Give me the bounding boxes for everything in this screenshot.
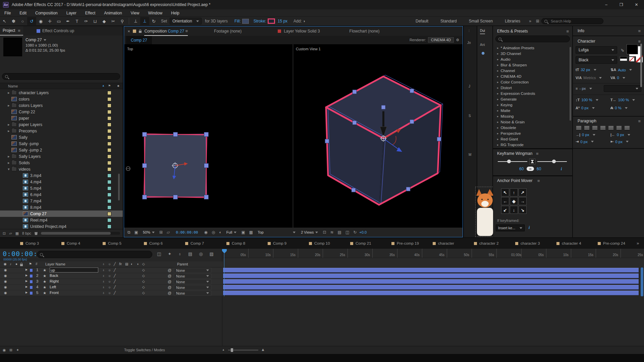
tab-flowchart[interactable]: Flowchart (none): [350, 29, 380, 34]
timeline-zoom-thumb[interactable]: [231, 348, 233, 352]
fast-previews-icon[interactable]: ≋: [329, 230, 335, 235]
unified-camera-tool-icon[interactable]: ◉: [36, 17, 45, 25]
layer-duration-bar[interactable]: [223, 285, 639, 290]
eraser-tool-icon[interactable]: ◆: [100, 17, 109, 25]
panel-drag-icon[interactable]: [133, 29, 136, 33]
layer-expander-icon[interactable]: ▶: [25, 268, 28, 271]
panel-menu-icon[interactable]: ≡: [638, 119, 641, 124]
timeline-comp-tab[interactable]: Comp 4: [61, 241, 103, 245]
draft-3d-icon[interactable]: ✦: [168, 251, 171, 256]
panel-scrollbar[interactable]: [640, 44, 642, 87]
info-icon[interactable]: i: [529, 225, 530, 230]
keyframe-action-dropdown[interactable]: Insert ke...: [496, 225, 525, 231]
label-color-chip[interactable]: [107, 155, 111, 159]
baseline-shift-value[interactable]: 0 px: [581, 106, 589, 110]
comp-viewport[interactable]: Top Custom View 1: [124, 44, 463, 228]
close-tab-icon[interactable]: ✕: [127, 29, 130, 33]
effects-category[interactable]: Red Giant: [493, 136, 570, 142]
timeline-comp-tab[interactable]: character: [433, 241, 474, 245]
align-center-button[interactable]: [584, 126, 589, 130]
anchor-move-button[interactable]: ←: [501, 197, 509, 205]
exposure-value[interactable]: +0.0: [359, 230, 367, 234]
time-ruler[interactable]: 05s10s15s20s25s30s35s40s45s50s55s01:00s0…: [223, 249, 644, 258]
more-workspaces-icon[interactable]: »: [529, 19, 531, 23]
menu-item[interactable]: Help: [167, 11, 184, 15]
pan-behind-tool-icon[interactable]: ✛: [45, 17, 54, 25]
custom-view-canvas[interactable]: [293, 44, 463, 228]
layer-anchor-switch[interactable]: ♁: [102, 280, 105, 283]
layer-shy-switch[interactable]: ☼: [108, 274, 111, 278]
label-color-chip[interactable]: [107, 123, 111, 127]
layer-name[interactable]: up: [50, 267, 98, 273]
menu-item[interactable]: Window: [144, 11, 167, 15]
frame-blending-icon[interactable]: ▤: [188, 251, 192, 256]
link-values-icon[interactable]: ∞: [527, 167, 534, 171]
layer-expander-icon[interactable]: ▶: [25, 280, 28, 283]
layer-expander-icon[interactable]: ▶: [25, 274, 28, 277]
effects-category[interactable]: Channel: [493, 68, 570, 73]
label-column-icon[interactable]: ⚑: [29, 262, 32, 266]
expander-arrow[interactable]: ►: [6, 123, 11, 126]
layer-shy-switch[interactable]: ☼: [108, 280, 111, 283]
workspace-tab[interactable]: Libraries: [505, 19, 520, 23]
snapshot-icon[interactable]: ◉: [203, 230, 209, 235]
rotation-tool-icon[interactable]: ↺: [27, 17, 36, 25]
expander-arrow[interactable]: ►: [6, 91, 11, 95]
parent-dropdown[interactable]: None: [174, 279, 211, 284]
fill-label[interactable]: Fill:: [234, 19, 241, 23]
project-search-input[interactable]: [11, 74, 105, 79]
font-family-dropdown[interactable]: Lufga: [576, 46, 617, 54]
effects-category[interactable]: Generate: [493, 96, 570, 102]
add-shape-icon[interactable]: ◗: [303, 19, 306, 23]
no-fill-swatch[interactable]: [629, 57, 634, 61]
project-item-row[interactable]: 6.mp4: [0, 191, 123, 198]
layer-3d-switch[interactable]: ◇: [142, 274, 145, 278]
parent-pickwhip-icon[interactable]: @: [168, 274, 171, 278]
clone-stamp-tool-icon[interactable]: ⊔: [91, 17, 100, 25]
space-after-value[interactable]: 0 px: [615, 140, 623, 144]
layer-anchor-switch[interactable]: ♁: [102, 274, 105, 278]
label-color-chip[interactable]: [107, 199, 111, 203]
layer-visibility-icon[interactable]: ◉: [4, 268, 7, 272]
layer-row[interactable]: ◉ ▶ 2 ★ Back ♁ ☼ ╱ ◇ @ None: [0, 273, 222, 279]
font-style-dropdown[interactable]: Black: [576, 56, 617, 64]
magnification-dropdown[interactable]: 50%: [141, 229, 157, 236]
layer-name[interactable]: Back: [50, 274, 58, 278]
world-axis-mode-icon[interactable]: ⟂: [140, 17, 149, 25]
layer-name[interactable]: Front: [50, 291, 59, 295]
project-item-row[interactable]: Sally -jump: [0, 140, 123, 147]
expand-transform-icon[interactable]: ✦: [16, 348, 19, 352]
tsume-value[interactable]: 0 %: [615, 106, 622, 110]
layer-name[interactable]: Left: [50, 285, 56, 289]
parent-pickwhip-icon[interactable]: @: [168, 291, 171, 295]
layer-duration-bar[interactable]: [223, 291, 639, 295]
effects-category[interactable]: 3D Channel: [493, 51, 570, 56]
effects-scrollbar[interactable]: [570, 47, 571, 121]
label-color-chip[interactable]: [107, 161, 111, 165]
layer-color-chip[interactable]: [30, 291, 33, 295]
show-snapshot-icon[interactable]: ◎: [210, 230, 216, 235]
justify-last-left-button[interactable]: [600, 126, 605, 130]
tab-footage[interactable]: Footage (none): [214, 29, 241, 34]
expander-arrow[interactable]: ►: [6, 129, 11, 133]
timeline-zoom-slider[interactable]: [228, 350, 258, 351]
layer-color-chip[interactable]: [30, 280, 33, 284]
justify-all-button[interactable]: [625, 126, 630, 130]
effects-category[interactable]: Audio: [493, 56, 570, 62]
layer-anchor-switch[interactable]: ♁: [102, 268, 105, 272]
layer-expander-icon[interactable]: ▶: [25, 291, 28, 294]
label-color-chip[interactable]: [107, 116, 111, 120]
anchor-move-button[interactable]: ↓: [510, 206, 518, 214]
show-channel-icon[interactable]: ◐: [218, 230, 223, 235]
pixel-aspect-icon[interactable]: ⊡: [321, 230, 327, 235]
parent-dropdown[interactable]: None: [174, 291, 211, 296]
label-color-chip[interactable]: [107, 104, 111, 108]
hide-shy-layers-icon[interactable]: ♁: [178, 251, 181, 256]
menu-item[interactable]: View: [126, 11, 144, 15]
timeline-vscrollbar[interactable]: [641, 267, 643, 296]
fill-color-swatch[interactable]: [627, 44, 638, 54]
expand-in-out-icon[interactable]: ◉: [3, 348, 6, 352]
ease-in-knob[interactable]: [507, 160, 511, 163]
stroke-label[interactable]: Stroke:: [254, 19, 266, 23]
tab-anim[interactable]: Ani: [480, 43, 485, 47]
